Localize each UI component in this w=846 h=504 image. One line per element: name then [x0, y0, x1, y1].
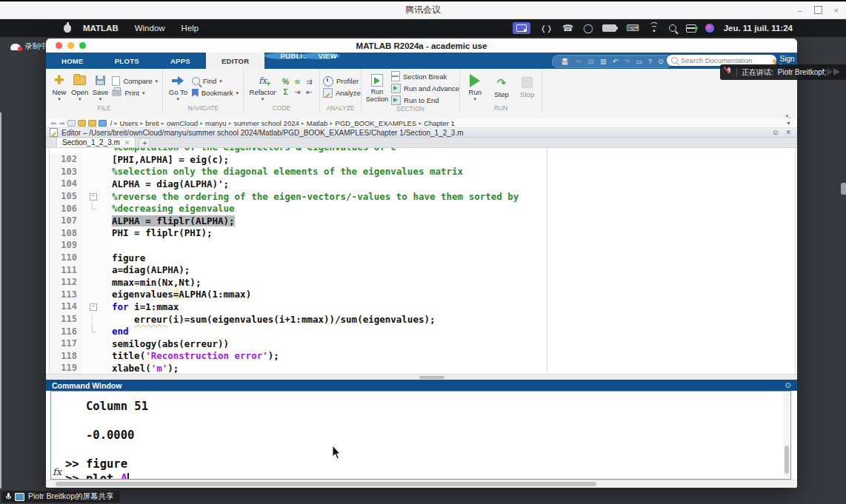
breadcrumb-segment[interactable]: Users: [119, 119, 138, 127]
hscroll-thumb[interactable]: [56, 482, 596, 486]
browse-folder-icon[interactable]: [78, 120, 86, 127]
maximize-button[interactable]: [814, 6, 822, 14]
command-window-dock-icon[interactable]: ⊙: [785, 381, 791, 389]
screen-sharing-status-icon[interactable]: [513, 22, 530, 34]
code-line[interactable]: 119xlabel('m');: [50, 362, 795, 374]
code-line[interactable]: 118title('Reconstruction error');: [50, 350, 795, 363]
breadcrumb-segment[interactable]: Matlab: [307, 119, 328, 127]
menubar-item-window[interactable]: Window: [135, 24, 165, 33]
ribbon-tab-apps[interactable]: APPS: [155, 53, 206, 69]
code-line[interactable]: 106%decreasing eigenvalue: [50, 202, 795, 215]
stop-button[interactable]: Stop: [517, 75, 537, 98]
open-button[interactable]: Open▾: [71, 73, 89, 101]
ribbon-tab-publish[interactable]: PUBLISH: [264, 53, 302, 59]
collapse-toolstrip-icon[interactable]: ▲̲: [785, 112, 790, 118]
phone-icon[interactable]: ☎: [562, 23, 573, 33]
goto-button[interactable]: Go To▾: [167, 73, 189, 101]
breadcrumb-segment[interactable]: ownCloud: [167, 119, 198, 127]
code-line[interactable]: 113eigenvalues=ALPHA(1:mmax): [50, 289, 795, 301]
code-line[interactable]: 115 erreur(i)=sum(eigenvalues(i+1:mmax))…: [50, 313, 795, 326]
editor-dock-icon[interactable]: ⊙: [773, 129, 779, 136]
code-line[interactable]: 107ALPHA = fliplr(ALPHA);: [50, 215, 795, 227]
qat-redo-icon[interactable]: ↷: [624, 58, 630, 65]
breadcrumb-segment[interactable]: Chapter 1: [424, 119, 455, 127]
fold-collapse-icon[interactable]: −: [90, 193, 97, 201]
code-line[interactable]: 105−%reverse the ordering of the eigen-v…: [50, 190, 795, 203]
code-editor[interactable]: %computation of the eigenvectors & eigen…: [49, 148, 796, 374]
wifi-icon[interactable]: [649, 24, 659, 32]
user-switch-icon[interactable]: [686, 24, 696, 33]
qat-copy-icon[interactable]: ▤: [587, 58, 594, 65]
profiler-button[interactable]: Profiler: [323, 76, 361, 87]
forward-icon[interactable]: ➡: [59, 119, 64, 127]
ribbon-tab-home[interactable]: HOME: [46, 53, 99, 69]
comment-wrap-icon[interactable]: ≋: [292, 77, 303, 87]
refactor-button[interactable]: fxRefactor▾: [248, 73, 277, 101]
ribbon-tab-plots[interactable]: PLOTS: [99, 53, 155, 69]
ribbon-tab-view[interactable]: VIEW: [302, 53, 340, 59]
command-vertical-scrollbar[interactable]: [784, 392, 790, 478]
minimize-button[interactable]: –: [797, 6, 802, 15]
code-line[interactable]: 104ALPHA = diag(ALPHA)';: [50, 178, 795, 190]
apple-menu-icon[interactable]: [64, 24, 71, 33]
battery-icon[interactable]: [602, 24, 616, 32]
close-button[interactable]: ×: [834, 6, 839, 15]
vscroll-thumb[interactable]: [785, 446, 789, 474]
menubar-item-matlab[interactable]: MATLAB: [83, 24, 119, 33]
code-line[interactable]: 112mmax=min(Nx,Nt);: [50, 276, 795, 289]
section-break-button[interactable]: Section Break: [391, 71, 459, 81]
run-button[interactable]: Run▾: [464, 73, 486, 101]
editor-close-icon[interactable]: ✕: [785, 129, 791, 136]
code-line[interactable]: 116end: [50, 325, 795, 337]
code-brackets-icon[interactable]: ❬❭: [540, 24, 553, 33]
uncomment-icon[interactable]: ⇉: [304, 77, 315, 87]
indent-left-icon[interactable]: ⇤: [304, 87, 315, 97]
code-line[interactable]: 111a=diag(ALPHA);: [50, 263, 795, 276]
new-button[interactable]: ✚New▾: [50, 73, 68, 101]
compare-button[interactable]: Compare▾: [112, 76, 158, 87]
keyboard-icon[interactable]: ⌨: [626, 23, 639, 33]
close-traffic-light[interactable]: [56, 42, 62, 49]
run-section-button[interactable]: Run Section: [366, 73, 388, 103]
sum-icon[interactable]: Σ: [280, 87, 291, 97]
command-horizontal-scrollbar[interactable]: [46, 480, 797, 488]
code-line[interactable]: 110figure: [50, 252, 795, 264]
print-button[interactable]: Print▾: [112, 88, 158, 98]
splitter-handle[interactable]: [419, 376, 444, 379]
breadcrumb-dropdown-icon[interactable]: ▼: [786, 121, 791, 126]
qat-help-icon[interactable]: ?: [648, 58, 652, 65]
run-and-advance-button[interactable]: Run and Advance: [391, 83, 459, 93]
code-line[interactable]: 114−for i=1:mmax: [50, 300, 795, 313]
qat-paste-icon[interactable]: ▥: [600, 58, 607, 65]
ribbon-tab-editor[interactable]: EDITOR: [206, 53, 265, 69]
run-to-end-button[interactable]: Run to End: [391, 95, 459, 105]
command-window-titlebar[interactable]: Command Window ⊙: [46, 380, 797, 391]
code-line[interactable]: 108PHI = fliplr(PHI);: [50, 227, 795, 240]
find-button[interactable]: Find▾: [192, 76, 239, 87]
new-tab-button[interactable]: +: [139, 138, 150, 147]
indent-right-icon[interactable]: ⇥: [292, 87, 303, 97]
fold-collapse-icon[interactable]: −: [90, 303, 97, 311]
qat-undo-icon[interactable]: ↶: [613, 58, 619, 65]
fx-button[interactable]: fx: [53, 466, 61, 477]
step-button[interactable]: ↷Step: [492, 75, 512, 98]
siri-icon[interactable]: [705, 24, 714, 33]
code-line[interactable]: 117semilogy(abs(erreur)): [50, 337, 795, 350]
minimize-traffic-light[interactable]: [67, 42, 74, 49]
breadcrumb-segment[interactable]: summer school 2024: [234, 119, 299, 127]
code-line[interactable]: 103%selection only the diagonal elements…: [50, 166, 795, 178]
bookmark-button[interactable]: Bookmark▾: [192, 88, 239, 98]
tab-close-icon[interactable]: ✕: [124, 139, 130, 147]
menubar-item-help[interactable]: Help: [181, 24, 199, 33]
save-button[interactable]: Save▾: [92, 73, 110, 101]
breadcrumb-segment[interactable]: /: [110, 119, 113, 127]
menubar-clock[interactable]: Jeu. 11 juil. 11:24: [724, 24, 793, 33]
breadcrumb-segment[interactable]: PGD_BOOK_EXAMPLES: [335, 119, 416, 127]
command-window[interactable]: Column 51 -0.0000 >> figure>> plot A fx: [50, 391, 791, 480]
back-icon[interactable]: ⬅: [50, 119, 56, 127]
comment-icon[interactable]: %: [280, 77, 291, 87]
qat-options-icon[interactable]: ⊙: [658, 58, 664, 65]
document-tab[interactable]: Section_1_2_3.m ✕: [56, 137, 136, 147]
qat-cut-icon[interactable]: ✂: [576, 58, 582, 65]
code-line[interactable]: 102[PHI,ALPHA] = eig(c);: [50, 153, 795, 166]
